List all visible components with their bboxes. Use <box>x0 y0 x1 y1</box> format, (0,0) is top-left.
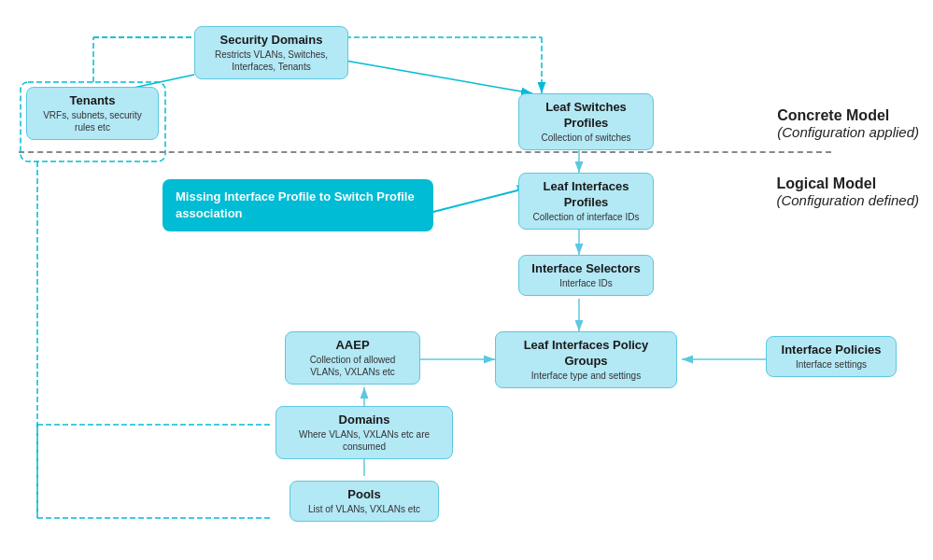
concrete-model-label: Concrete Model (Configuration applied) <box>777 107 919 140</box>
leaf-interfaces-profiles-node: Leaf Interfaces Profiles Collection of i… <box>518 173 654 230</box>
leaf-interfaces-profiles-title: Leaf Interfaces Profiles <box>529 179 643 211</box>
interface-policies-sub: Interface settings <box>776 358 886 371</box>
interface-policies-node: Interface Policies Interface settings <box>766 336 897 377</box>
leaf-interfaces-profiles-sub: Collection of interface IDs <box>529 211 643 223</box>
leaf-interfaces-policy-groups-title: Leaf Interfaces Policy Groups <box>505 338 667 370</box>
tenants-sub: VRFs, subnets, security rules etc <box>36 109 148 133</box>
missing-callout-text: Missing Interface Profile to Switch Prof… <box>176 189 415 220</box>
interface-selectors-title: Interface Selectors <box>529 261 643 277</box>
divider <box>19 151 831 153</box>
interface-policies-title: Interface Policies <box>776 343 886 358</box>
security-domains-title: Security Domains <box>205 33 338 49</box>
domains-node: Domains Where VLANs, VXLANs etc are cons… <box>276 406 453 459</box>
leaf-switches-profiles-title: Leaf Switches Profiles <box>529 100 643 132</box>
logical-model-title: Logical Model <box>776 175 919 192</box>
domains-sub: Where VLANs, VXLANs etc are consumed <box>286 428 443 453</box>
interface-selectors-sub: Interface IDs <box>529 277 643 289</box>
domains-title: Domains <box>286 413 443 428</box>
svg-line-2 <box>346 61 532 93</box>
aaep-title: AAEP <box>295 338 410 354</box>
concrete-model-sub: (Configuration applied) <box>777 124 919 140</box>
leaf-switches-profiles-sub: Collection of switches <box>529 132 643 144</box>
security-domains-sub: Restricts VLANs, Switches, Interfaces, T… <box>205 49 338 73</box>
pools-sub: List of VLANs, VXLANs etc <box>300 503 429 515</box>
leaf-switches-profiles-node: Leaf Switches Profiles Collection of swi… <box>518 93 654 150</box>
pools-node: Pools List of VLANs, VXLANs etc <box>290 481 439 522</box>
logical-model-label: Logical Model (Configuration defined) <box>776 175 919 208</box>
leaf-interfaces-policy-groups-sub: Interface type and settings <box>505 370 667 382</box>
tenants-title: Tenants <box>36 93 148 109</box>
concrete-model-title: Concrete Model <box>777 107 919 124</box>
tenants-node: Tenants VRFs, subnets, security rules et… <box>26 87 159 140</box>
svg-line-18 <box>422 187 532 215</box>
missing-callout-node: Missing Interface Profile to Switch Prof… <box>163 179 433 231</box>
aaep-node: AAEP Collection of allowed VLANs, VXLANs… <box>285 331 420 385</box>
arrows-svg <box>0 0 933 560</box>
pools-title: Pools <box>300 487 429 503</box>
interface-selectors-node: Interface Selectors Interface IDs <box>518 255 654 296</box>
security-domains-node: Security Domains Restricts VLANs, Switch… <box>194 26 348 79</box>
logical-model-sub: (Configuration defined) <box>776 192 919 208</box>
diagram-container: Concrete Model (Configuration applied) L… <box>0 0 933 560</box>
aaep-sub: Collection of allowed VLANs, VXLANs etc <box>295 354 410 378</box>
leaf-interfaces-policy-groups-node: Leaf Interfaces Policy Groups Interface … <box>495 331 677 388</box>
